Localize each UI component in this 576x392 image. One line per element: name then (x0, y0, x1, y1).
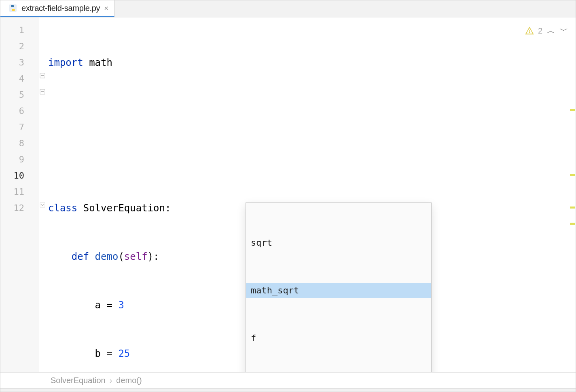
code-area[interactable]: import math class SolverEquation: def de… (39, 17, 576, 372)
line-number: 10 (0, 168, 39, 184)
line-number: 6 (0, 103, 39, 119)
inspections-widget[interactable]: 2 ︿ ﹀ (525, 25, 568, 37)
editor: 123456789101112 import math class Solver… (0, 17, 576, 372)
code-line[interactable] (48, 103, 576, 119)
tab-filename: extract-field-sample.py (21, 4, 100, 13)
rename-suggestion-selected[interactable]: math_sqrt (246, 283, 431, 298)
stripe-marker[interactable] (570, 109, 575, 111)
close-icon[interactable]: × (104, 4, 108, 12)
editor-tab[interactable]: extract-field-sample.py × (0, 0, 114, 17)
line-number: 2 (0, 38, 39, 55)
svg-rect-2 (529, 30, 529, 32)
stripe-marker[interactable] (570, 223, 575, 225)
stripe-marker[interactable] (570, 207, 575, 209)
code-line[interactable] (48, 152, 576, 168)
chevron-down-icon[interactable]: ﹀ (559, 25, 568, 37)
breadcrumb-separator: › (110, 376, 112, 385)
line-number: 9 (0, 152, 39, 168)
line-number: 3 (0, 55, 39, 71)
line-number: 4 (0, 71, 39, 87)
tab-bar: extract-field-sample.py × (0, 0, 576, 17)
warning-count: 2 (538, 26, 542, 36)
line-number: 5 (0, 87, 39, 103)
gutter: 123456789101112 (0, 17, 39, 372)
chevron-up-icon[interactable]: ︿ (546, 25, 555, 37)
svg-point-1 (529, 32, 530, 33)
status-bar (0, 388, 576, 392)
rename-suggestion[interactable]: sqrt (246, 235, 431, 251)
line-number: 8 (0, 135, 39, 152)
breadcrumb-item[interactable]: SolverEquation (51, 376, 106, 385)
breadcrumb-item[interactable]: demo() (116, 376, 142, 385)
warning-icon (525, 26, 534, 35)
python-file-icon (8, 4, 17, 13)
rename-popup: sqrt math_sqrt f Press ↵ or ⇥ to replace… (246, 202, 432, 372)
rename-suggestion[interactable]: f (246, 331, 431, 346)
code-line[interactable]: import math (48, 55, 576, 71)
error-stripe[interactable] (570, 17, 576, 372)
stripe-marker[interactable] (570, 174, 575, 176)
line-number: 1 (0, 22, 39, 38)
line-number: 7 (0, 119, 39, 135)
line-number: 12 (0, 200, 39, 216)
breadcrumb: SolverEquation › demo() (0, 372, 576, 388)
line-number: 11 (0, 184, 39, 200)
